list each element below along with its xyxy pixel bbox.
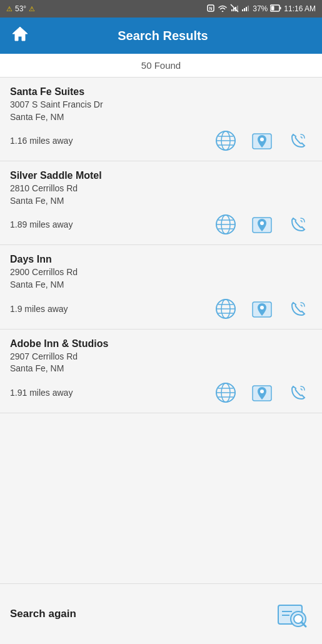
list-item: Adobe Inn & Studios 2907 Cerrillos Rd Sa… [0, 330, 322, 413]
result-name: Santa Fe Suites [10, 86, 312, 98]
list-item: Silver Saddle Motel 2810 Cerrillos Rd Sa… [0, 161, 322, 245]
result-footer: 1.9 miles away [10, 295, 312, 323]
status-right: N 37% [206, 4, 316, 14]
svg-rect-4 [233, 8, 234, 11]
phone-icon[interactable] [284, 295, 312, 323]
svg-point-34 [260, 306, 264, 309]
battery-icon [270, 4, 281, 14]
svg-rect-10 [248, 6, 249, 11]
time: 11:16 AM [284, 4, 316, 13]
phone-icon[interactable] [284, 379, 312, 406]
website-icon[interactable] [212, 127, 239, 154]
result-address: 3007 S Saint Francis Dr Santa Fe, NM [10, 99, 312, 123]
result-distance: 1.89 miles away [10, 219, 73, 229]
temperature: 53° [15, 4, 26, 13]
search-again-label[interactable]: Search again [10, 608, 76, 620]
svg-rect-5 [235, 7, 236, 11]
search-again-icon[interactable] [272, 594, 312, 634]
svg-rect-13 [280, 7, 281, 9]
result-distance: 1.9 miles away [10, 304, 68, 314]
warning-icon-2: ⚠ [29, 5, 35, 13]
svg-point-20 [260, 138, 264, 141]
svg-rect-12 [271, 6, 274, 10]
warning-icon-1: ⚠ [6, 5, 13, 13]
result-action-icons [212, 127, 312, 154]
nfc-icon: N [206, 4, 215, 14]
result-footer: 1.91 miles away [10, 379, 312, 406]
phone-icon[interactable] [284, 211, 312, 238]
website-icon[interactable] [212, 379, 239, 406]
footer: Search again [0, 583, 322, 644]
status-left: ⚠ 53° ⚠ [6, 4, 35, 13]
result-name: Days Inn [10, 254, 312, 265]
result-distance: 1.16 miles away [10, 136, 73, 146]
map-icon[interactable] [248, 127, 276, 154]
signal-off-icon [230, 4, 239, 14]
page-title: Search Results [40, 29, 286, 43]
result-name: Silver Saddle Motel [10, 170, 312, 181]
result-address: 2810 Cerrillos Rd Santa Fe, NM [10, 183, 312, 207]
map-icon[interactable] [248, 295, 276, 323]
map-icon[interactable] [248, 379, 276, 406]
results-list: Santa Fe Suites 3007 S Saint Francis Dr … [0, 78, 322, 590]
result-name: Adobe Inn & Studios [10, 338, 312, 350]
svg-rect-3 [231, 9, 233, 11]
map-icon[interactable] [248, 211, 276, 238]
battery-level: 37% [253, 4, 268, 13]
result-action-icons [212, 379, 312, 406]
list-item: Days Inn 2900 Cerrillos Rd Santa Fe, NM … [0, 245, 322, 329]
result-distance: 1.91 miles away [10, 388, 73, 398]
header: Search Results [0, 18, 322, 54]
result-footer: 1.16 miles away [10, 127, 312, 154]
website-icon[interactable] [212, 211, 239, 238]
result-address: 2907 Cerrillos Rd Santa Fe, NM [10, 351, 312, 375]
result-address: 2900 Cerrillos Rd Santa Fe, NM [10, 266, 312, 291]
result-action-icons [212, 211, 312, 238]
status-bar: ⚠ 53° ⚠ N [0, 0, 322, 18]
phone-icon[interactable] [284, 127, 312, 154]
list-item: Santa Fe Suites 3007 S Saint Francis Dr … [0, 78, 322, 161]
svg-point-27 [260, 221, 264, 225]
svg-rect-6 [237, 6, 238, 11]
svg-point-41 [260, 390, 264, 393]
home-icon[interactable] [10, 24, 30, 48]
found-count: 50 Found [0, 54, 322, 78]
website-icon[interactable] [212, 295, 239, 323]
wifi-icon [218, 4, 228, 14]
signal-icon [241, 4, 250, 14]
result-action-icons [212, 295, 312, 323]
result-footer: 1.89 miles away [10, 211, 312, 238]
svg-rect-9 [246, 7, 247, 11]
svg-rect-7 [242, 9, 243, 11]
svg-rect-8 [244, 8, 245, 11]
svg-text:N: N [209, 6, 213, 11]
